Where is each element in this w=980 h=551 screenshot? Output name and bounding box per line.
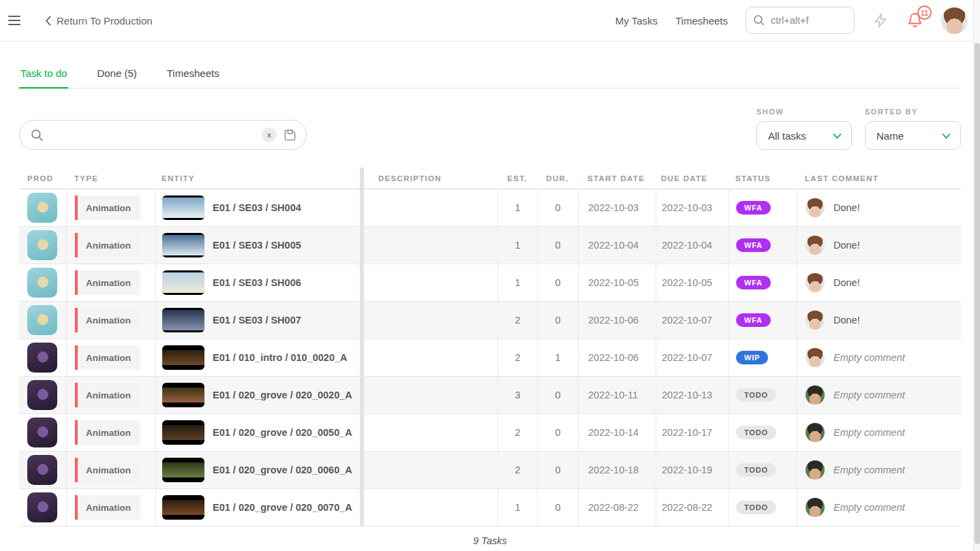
show-select[interactable]: All tasks	[756, 121, 852, 150]
entity-thumbnail	[162, 270, 204, 295]
menu-icon[interactable]	[8, 12, 26, 29]
table-row[interactable]: AnimationE01 / SE03 / SH007202022-10-062…	[19, 302, 961, 339]
commenter-avatar	[806, 348, 825, 367]
tasks-table: PROD TYPE ENTITY DESCRIPTION EST. DUR. S…	[19, 168, 961, 546]
estimation-value: 2	[515, 352, 520, 363]
show-filter: SHOW All tasks	[756, 108, 852, 150]
commenter-avatar	[806, 385, 825, 405]
estimation-value: 1	[515, 202, 520, 213]
task-search-input[interactable]	[50, 129, 255, 140]
commenter-avatar	[806, 498, 825, 517]
table-row[interactable]: AnimationE01 / SE03 / SH005102022-10-042…	[19, 227, 961, 264]
shortcuts-button[interactable]	[872, 12, 889, 29]
top-bar: Return To Production My Tasks Timesheets…	[0, 0, 980, 42]
status-badge: WFA	[736, 238, 771, 252]
last-comment-text: Done!	[833, 315, 860, 326]
nav-timesheets[interactable]: Timesheets	[675, 15, 728, 27]
commenter-avatar	[806, 423, 825, 442]
estimation-value: 1	[515, 240, 520, 251]
table-row[interactable]: AnimationE01 / SE03 / SH004102022-10-032…	[19, 189, 961, 227]
start-date: 2022-10-03	[588, 202, 639, 213]
tab-task-to-do[interactable]: Task to do	[19, 61, 68, 88]
table-body: AnimationE01 / SE03 / SH004102022-10-032…	[19, 189, 961, 526]
search-icon	[31, 129, 44, 142]
last-comment-text: Empty comment	[833, 352, 905, 363]
entity-name: E01 / SE03 / SH005	[213, 240, 301, 251]
duration-value: 0	[555, 240, 560, 251]
description-cell	[364, 489, 497, 526]
entity-thumbnail	[162, 345, 204, 370]
lightning-icon	[872, 12, 889, 29]
task-type-badge: Animation	[75, 458, 140, 482]
table-header: PROD TYPE ENTITY DESCRIPTION EST. DUR. S…	[19, 168, 961, 189]
commenter-avatar	[806, 236, 825, 255]
column-header-entity: ENTITY	[155, 168, 360, 189]
task-type-label: Animation	[78, 420, 140, 445]
table-row[interactable]: AnimationE01 / 020_grove / 020_0050_A202…	[19, 414, 961, 452]
estimation-value: 2	[515, 427, 520, 438]
scrollbar-thumb[interactable]	[975, 43, 980, 544]
notification-count-badge: 11	[917, 5, 932, 20]
chevron-down-icon	[942, 133, 951, 139]
due-date: 2022-10-03	[662, 202, 712, 213]
description-cell	[364, 339, 497, 376]
start-date: 2022-10-06	[588, 352, 639, 363]
production-thumbnail	[27, 193, 57, 223]
entity-thumbnail	[162, 495, 204, 520]
task-type-label: Animation	[78, 495, 140, 520]
start-date: 2022-10-11	[588, 390, 638, 400]
sort-select[interactable]: Name	[865, 121, 961, 150]
clear-search-button[interactable]: x	[262, 127, 277, 142]
last-comment-text: Done!	[833, 202, 860, 213]
task-type-label: Animation	[78, 345, 140, 370]
entity-name: E01 / 010_intro / 010_0020_A	[213, 352, 348, 363]
description-cell	[364, 189, 497, 226]
column-header-due-date: DUE DATE	[656, 168, 729, 189]
table-row[interactable]: AnimationE01 / SE03 / SH006102022-10-052…	[19, 264, 961, 302]
table-row[interactable]: AnimationE01 / 020_grove / 020_0060_A202…	[19, 452, 961, 489]
tab-timesheets[interactable]: Timesheets	[166, 61, 221, 88]
entity-name: E01 / 020_grove / 020_0070_A	[213, 502, 352, 513]
table-row[interactable]: AnimationE01 / 010_intro / 010_0020_A212…	[19, 339, 961, 377]
column-header-est: EST.	[497, 168, 537, 189]
table-row[interactable]: AnimationE01 / 020_grove / 020_0020_A302…	[19, 377, 961, 414]
last-comment-text: Done!	[833, 277, 860, 288]
tab-done[interactable]: Done (5)	[95, 61, 138, 88]
description-cell	[364, 377, 497, 413]
due-date: 2022-10-13	[662, 390, 712, 400]
due-date: 2022-10-05	[662, 277, 712, 288]
save-search-button[interactable]	[284, 129, 296, 142]
start-date: 2022-10-06	[588, 315, 639, 326]
notifications-button[interactable]: 11	[906, 12, 923, 29]
estimation-value: 1	[515, 502, 520, 513]
chevron-left-icon	[45, 16, 51, 26]
description-cell	[364, 264, 497, 301]
due-date: 2022-10-17	[662, 427, 712, 438]
entity-thumbnail	[162, 383, 204, 407]
user-avatar[interactable]	[941, 7, 968, 34]
show-label: SHOW	[756, 108, 852, 116]
back-to-production-link[interactable]: Return To Production	[45, 15, 153, 27]
estimation-value: 1	[515, 277, 520, 288]
column-header-start-date: START DATE	[578, 168, 656, 189]
vertical-scrollbar[interactable]	[973, 0, 980, 551]
nav-my-tasks[interactable]: My Tasks	[615, 15, 658, 27]
column-header-last-comment: LAST COMMENT	[797, 168, 960, 189]
start-date: 2022-10-18	[588, 465, 639, 475]
last-comment-text: Done!	[833, 240, 860, 251]
estimation-value: 2	[515, 315, 520, 326]
start-date: 2022-10-05	[588, 277, 639, 288]
due-date: 2022-10-07	[662, 352, 712, 363]
table-row[interactable]: AnimationE01 / 020_grove / 020_0070_A102…	[19, 489, 961, 526]
global-search[interactable]	[746, 7, 855, 34]
status-badge: WFA	[736, 313, 771, 327]
chevron-down-icon	[833, 133, 842, 139]
production-thumbnail	[27, 343, 57, 373]
duration-value: 0	[555, 465, 560, 475]
commenter-avatar	[806, 311, 825, 330]
global-search-input[interactable]	[771, 15, 839, 26]
search-icon	[753, 14, 765, 27]
production-thumbnail	[27, 305, 57, 335]
entity-name: E01 / 020_grove / 020_0020_A	[213, 390, 352, 400]
task-search-box[interactable]: x	[19, 120, 307, 150]
